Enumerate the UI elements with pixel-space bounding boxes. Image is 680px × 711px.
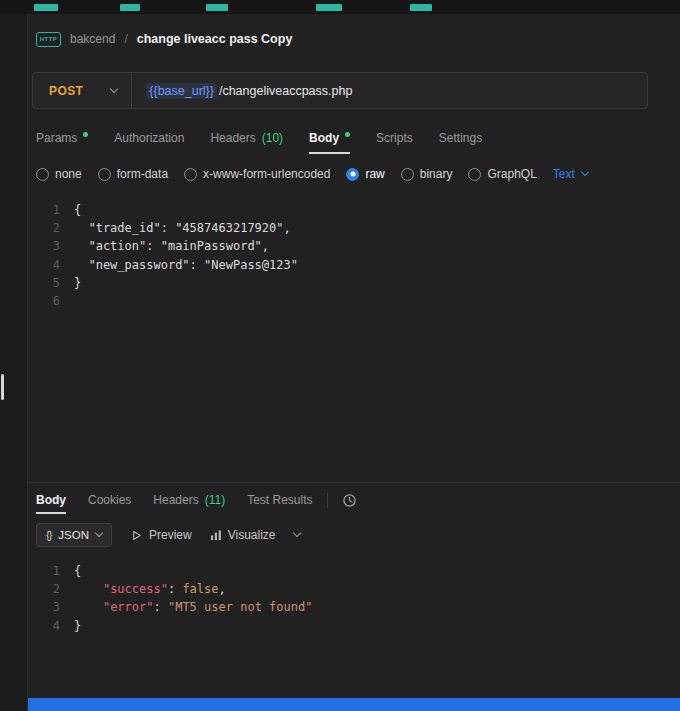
code-text[interactable]: "action": "mainPassword",: [74, 237, 269, 255]
line-number: 5: [28, 274, 74, 292]
code-text[interactable]: "new_password": "NewPass@123": [74, 256, 298, 274]
response-body-viewer: 1{2 "success": false,3 "error": "MT5 use…: [28, 558, 680, 680]
response-tabs-row: BodyCookiesHeaders(11)Test Results: [36, 486, 357, 514]
visualize-button[interactable]: Visualize: [210, 528, 276, 542]
tab-indicator[interactable]: [410, 4, 432, 11]
left-scrollbar-thumb[interactable]: [1, 374, 4, 400]
tab-headers[interactable]: Headers(10): [210, 122, 283, 154]
tab-indicator[interactable]: [206, 4, 228, 11]
divider: [28, 482, 680, 483]
code-line: 1{: [28, 562, 680, 580]
code-text[interactable]: }: [74, 274, 81, 292]
response-format-dropdown[interactable]: {} JSON: [36, 523, 112, 547]
code-line: 4 "new_password": "NewPass@123": [28, 256, 680, 274]
body-mode-none[interactable]: none: [36, 167, 82, 181]
response-history-button[interactable]: [342, 493, 357, 508]
divider: [327, 493, 328, 508]
content-dot-icon: [345, 132, 350, 137]
mode-label: x-www-form-urlencoded: [203, 167, 330, 181]
code-line: 5}: [28, 274, 680, 292]
code-text: }: [74, 617, 81, 635]
body-mode-form-data[interactable]: form-data: [98, 167, 168, 181]
code-text[interactable]: {: [74, 201, 81, 219]
body-mode-binary[interactable]: binary: [401, 167, 453, 181]
tab-settings[interactable]: Settings: [439, 122, 482, 154]
radio-icon: [346, 168, 359, 181]
tab-params[interactable]: Params: [36, 122, 88, 154]
tab-label: Headers: [153, 493, 198, 507]
preview-button[interactable]: Preview: [130, 528, 192, 542]
raw-language-label: Text: [553, 167, 575, 181]
url-input[interactable]: {{base_url}} /changeliveaccpass.php: [132, 83, 352, 99]
token: "success": [103, 582, 168, 596]
tab-indicator[interactable]: [34, 4, 58, 11]
url-bar: POST {{base_url}} /changeliveaccpass.php: [32, 72, 648, 109]
code-text: "success": false,: [74, 580, 226, 598]
code-line: 4}: [28, 617, 680, 635]
http-request-icon: HTTP: [36, 32, 61, 47]
chevron-down-icon: [581, 168, 589, 176]
tab-label: Authorization: [114, 131, 184, 145]
line-number: 4: [28, 256, 74, 274]
response-tabs: BodyCookiesHeaders(11)Test Results: [36, 486, 313, 514]
preview-label: Preview: [149, 528, 192, 542]
bottom-scroll-indicator[interactable]: [28, 698, 680, 711]
content-dot-icon: [83, 132, 88, 137]
tab-label: Scripts: [376, 131, 413, 145]
url-variable: {{base_url}}: [146, 83, 217, 99]
tab-count: (11): [205, 493, 225, 507]
tab-authorization[interactable]: Authorization: [114, 122, 184, 154]
request-panel: HTTP bakcend / change liveacc pass Copy …: [28, 14, 680, 711]
response-tab-headers[interactable]: Headers(11): [153, 486, 225, 514]
tab-label: Settings: [439, 131, 482, 145]
tab-label: Params: [36, 131, 77, 145]
tab-label: Body: [36, 493, 66, 507]
tab-scripts[interactable]: Scripts: [376, 122, 413, 154]
line-number: 6: [28, 292, 74, 310]
method-label: POST: [49, 84, 83, 98]
token: [74, 582, 103, 596]
radio-icon: [468, 168, 481, 181]
body-mode-graphql[interactable]: GraphQL: [468, 167, 536, 181]
tab-label: Cookies: [88, 493, 131, 507]
line-number: 2: [28, 580, 74, 598]
request-tabs: ParamsAuthorizationHeaders(10)BodyScript…: [36, 122, 482, 154]
response-tab-body[interactable]: Body: [36, 486, 66, 514]
line-number: 4: [28, 617, 74, 635]
chevron-down-icon[interactable]: [292, 529, 300, 537]
response-toolbar: {} JSON Preview Visualize: [36, 522, 300, 548]
response-tab-cookies[interactable]: Cookies: [88, 486, 131, 514]
breadcrumb-collection[interactable]: bakcend: [70, 32, 115, 46]
breadcrumb: HTTP bakcend / change liveacc pass Copy: [36, 26, 292, 52]
token: [74, 600, 103, 614]
postman-window: HTTP bakcend / change liveacc pass Copy …: [0, 0, 680, 711]
tab-count: (10): [262, 131, 283, 145]
url-path: /changeliveaccpass.php: [219, 84, 352, 98]
line-number: 3: [28, 237, 74, 255]
line-number: 1: [28, 562, 74, 580]
request-body-editor[interactable]: 1{2 "trade_id": "4587463217920",3 "actio…: [28, 196, 680, 478]
request-title: change liveacc pass Copy: [137, 32, 293, 46]
tab-bar[interactable]: [0, 0, 680, 14]
method-dropdown[interactable]: POST: [33, 73, 131, 108]
body-mode-raw[interactable]: raw: [346, 167, 384, 181]
body-mode-options: noneform-datax-www-form-urlencodedrawbin…: [36, 160, 588, 188]
mode-label: raw: [365, 167, 384, 181]
play-icon: [130, 529, 143, 542]
response-tab-test-results[interactable]: Test Results: [247, 486, 312, 514]
tab-indicator[interactable]: [316, 4, 342, 11]
braces-icon: {}: [46, 529, 51, 541]
code-text[interactable]: "trade_id": "4587463217920",: [74, 219, 291, 237]
tab-label: Body: [309, 131, 339, 145]
token: ,: [219, 582, 226, 596]
body-mode-x-www-form-urlencoded[interactable]: x-www-form-urlencoded: [184, 167, 330, 181]
tab-indicator[interactable]: [120, 4, 140, 11]
code-line: 6: [28, 292, 680, 310]
chevron-down-icon: [95, 529, 103, 537]
raw-language-dropdown[interactable]: Text: [553, 167, 588, 181]
mode-label: form-data: [117, 167, 168, 181]
tab-body[interactable]: Body: [309, 122, 350, 154]
code-line: 2 "success": false,: [28, 580, 680, 598]
token: "MT5 user not found": [168, 600, 313, 614]
chart-icon: [210, 529, 222, 541]
